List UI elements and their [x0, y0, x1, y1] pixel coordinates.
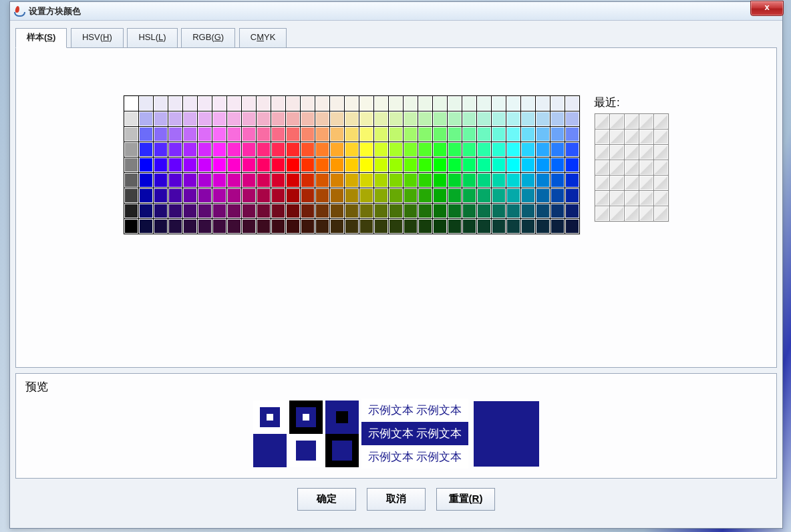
- swatch-cell[interactable]: [492, 158, 506, 172]
- swatch-cell[interactable]: [433, 127, 447, 142]
- swatch-cell[interactable]: [418, 158, 432, 172]
- swatch-cell[interactable]: [315, 173, 329, 188]
- recent-cell[interactable]: [610, 160, 624, 175]
- swatch-cell[interactable]: [154, 204, 168, 218]
- swatch-cell[interactable]: [257, 127, 271, 142]
- swatch-cell[interactable]: [154, 96, 168, 111]
- swatch-cell[interactable]: [448, 188, 462, 203]
- swatch-cell[interactable]: [565, 173, 579, 188]
- swatch-cell[interactable]: [550, 173, 565, 188]
- swatch-cell[interactable]: [271, 96, 285, 111]
- swatch-cell[interactable]: [389, 111, 403, 126]
- swatch-cell[interactable]: [257, 219, 271, 234]
- swatch-cell[interactable]: [345, 158, 359, 172]
- swatch-cell[interactable]: [418, 111, 432, 126]
- swatch-cell[interactable]: [565, 127, 579, 142]
- swatch-cell[interactable]: [315, 158, 329, 172]
- swatch-cell[interactable]: [536, 127, 550, 142]
- swatch-cell[interactable]: [183, 219, 197, 234]
- swatch-cell[interactable]: [462, 204, 476, 218]
- swatch-cell[interactable]: [418, 188, 432, 203]
- swatch-cell[interactable]: [212, 204, 226, 218]
- swatch-cell[interactable]: [477, 219, 491, 234]
- swatch-cell[interactable]: [257, 96, 271, 111]
- swatch-cell[interactable]: [359, 158, 373, 172]
- recent-cell[interactable]: [595, 129, 609, 144]
- swatch-cell[interactable]: [227, 188, 241, 203]
- swatch-cell[interactable]: [286, 127, 300, 142]
- swatch-cell[interactable]: [477, 158, 491, 172]
- swatch-cell[interactable]: [345, 111, 359, 126]
- swatch-cell[interactable]: [286, 219, 300, 234]
- swatch-cell[interactable]: [550, 158, 565, 172]
- swatch-cell[interactable]: [477, 127, 491, 142]
- swatch-cell[interactable]: [301, 158, 315, 172]
- swatch-cell[interactable]: [433, 142, 447, 157]
- swatch-cell[interactable]: [389, 158, 403, 172]
- tab-cmyk[interactable]: CMYK: [239, 28, 287, 47]
- swatch-cell[interactable]: [550, 204, 565, 218]
- swatch-cell[interactable]: [301, 188, 315, 203]
- recent-cell[interactable]: [625, 114, 639, 129]
- swatch-cell[interactable]: [565, 142, 579, 157]
- swatch-cell[interactable]: [330, 173, 344, 188]
- recent-cell[interactable]: [639, 129, 653, 144]
- swatch-cell[interactable]: [257, 158, 271, 172]
- swatch-cell[interactable]: [168, 96, 182, 111]
- recent-cell[interactable]: [639, 114, 653, 129]
- swatch-cell[interactable]: [462, 96, 476, 111]
- swatch-cell[interactable]: [124, 204, 138, 218]
- recent-cell[interactable]: [654, 114, 668, 129]
- swatch-cell[interactable]: [139, 142, 153, 157]
- swatch-cell[interactable]: [418, 142, 432, 157]
- tab-swatches[interactable]: 样本(S): [15, 28, 67, 48]
- tab-hsv[interactable]: HSV(H): [71, 28, 124, 47]
- swatch-cell[interactable]: [492, 96, 506, 111]
- swatch-cell[interactable]: [154, 127, 168, 142]
- swatch-cell[interactable]: [227, 142, 241, 157]
- swatch-cell[interactable]: [448, 96, 462, 111]
- swatch-cell[interactable]: [536, 142, 550, 157]
- recent-cell[interactable]: [625, 160, 639, 175]
- swatch-cell[interactable]: [286, 96, 300, 111]
- recent-cell[interactable]: [654, 160, 668, 175]
- swatch-cell[interactable]: [359, 188, 373, 203]
- recent-cell[interactable]: [610, 129, 624, 144]
- recent-cell[interactable]: [610, 191, 624, 206]
- swatch-cell[interactable]: [433, 204, 447, 218]
- swatch-cell[interactable]: [154, 173, 168, 188]
- swatch-cell[interactable]: [242, 142, 256, 157]
- swatch-cell[interactable]: [433, 158, 447, 172]
- swatch-cell[interactable]: [550, 96, 565, 111]
- swatch-cell[interactable]: [227, 111, 241, 126]
- swatch-cell[interactable]: [271, 204, 285, 218]
- swatch-cell[interactable]: [477, 142, 491, 157]
- swatch-cell[interactable]: [506, 142, 520, 157]
- swatch-cell[interactable]: [418, 96, 432, 111]
- swatch-cell[interactable]: [374, 127, 388, 142]
- swatch-cell[interactable]: [271, 173, 285, 188]
- recent-cell[interactable]: [639, 176, 653, 190]
- swatch-cell[interactable]: [286, 173, 300, 188]
- swatch-cell[interactable]: [198, 111, 212, 126]
- swatch-cell[interactable]: [345, 188, 359, 203]
- swatch-cell[interactable]: [315, 204, 329, 218]
- swatch-cell[interactable]: [462, 111, 476, 126]
- swatch-cell[interactable]: [448, 158, 462, 172]
- swatch-cell[interactable]: [183, 204, 197, 218]
- swatch-cell[interactable]: [139, 127, 153, 142]
- swatch-cell[interactable]: [477, 204, 491, 218]
- swatch-cell[interactable]: [418, 204, 432, 218]
- swatch-cell[interactable]: [286, 111, 300, 126]
- swatch-cell[interactable]: [198, 204, 212, 218]
- swatch-cell[interactable]: [242, 173, 256, 188]
- swatch-cell[interactable]: [433, 173, 447, 188]
- swatch-cell[interactable]: [242, 111, 256, 126]
- swatch-cell[interactable]: [124, 142, 138, 157]
- swatch-cell[interactable]: [404, 96, 418, 111]
- swatch-cell[interactable]: [301, 142, 315, 157]
- recent-cell[interactable]: [625, 129, 639, 144]
- swatch-cell[interactable]: [168, 158, 182, 172]
- swatch-cell[interactable]: [315, 111, 329, 126]
- swatch-cell[interactable]: [301, 219, 315, 234]
